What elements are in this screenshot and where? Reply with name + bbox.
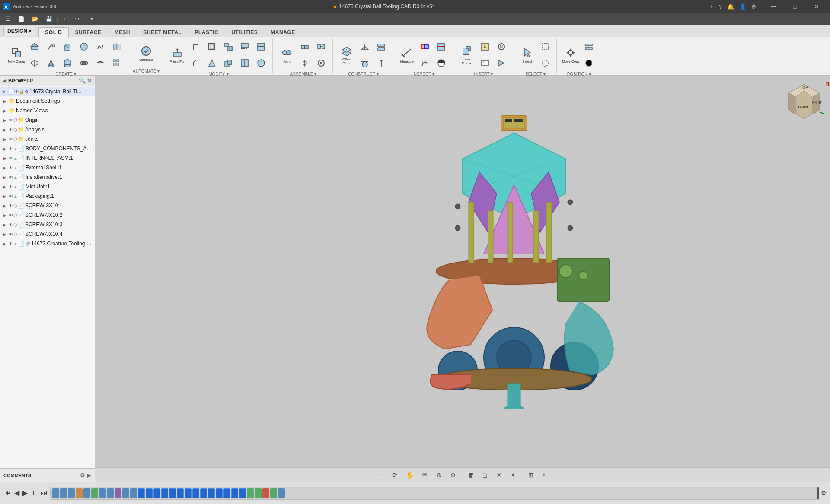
- tl-item-4[interactable]: [76, 488, 83, 498]
- tl-item-6[interactable]: [91, 488, 98, 498]
- tab-manage[interactable]: MANAGE: [264, 27, 301, 37]
- loft-btn[interactable]: [43, 55, 59, 71]
- tl-item-21[interactable]: [208, 488, 215, 498]
- tl-item-15[interactable]: [161, 488, 168, 498]
- settings-icon[interactable]: ⚙: [751, 3, 757, 10]
- tree-body-components-asm[interactable]: ▶ 👁 ▲ 📄 BODY_COMPONENTS_ASM:1: [0, 144, 95, 153]
- tab-sheet-metal[interactable]: SHEET METAL: [137, 27, 188, 37]
- tab-utilities[interactable]: UTILITIES: [225, 27, 264, 37]
- svg-import-btn[interactable]: [494, 55, 509, 71]
- qa-save[interactable]: 💾: [43, 15, 54, 23]
- qa-dropdown[interactable]: ▾: [88, 15, 96, 23]
- tab-plastic[interactable]: PLASTIC: [188, 27, 225, 37]
- tl-item-23[interactable]: [223, 488, 230, 498]
- tangent-plane-btn[interactable]: [357, 55, 373, 71]
- pattern-btn[interactable]: [109, 55, 124, 71]
- viewcube[interactable]: TOP FRONT RIGHT BACK: [782, 80, 826, 123]
- offset-plane-btn[interactable]: Offset Plane: [337, 42, 356, 68]
- snap-btn[interactable]: ⌖: [540, 469, 548, 480]
- select-btn[interactable]: Select: [517, 42, 536, 68]
- extrude-btn[interactable]: [27, 39, 42, 54]
- tab-surface[interactable]: SURFACE: [69, 27, 108, 37]
- tree-named-views[interactable]: ▶ 📁 Named Views: [0, 106, 95, 115]
- joint-origin-btn[interactable]: [297, 55, 313, 71]
- combine-btn[interactable]: [220, 55, 236, 71]
- tree-internals-asm[interactable]: ▶ 👁 ▲ 📄 INTERNALS_ASM:1: [0, 153, 95, 163]
- tree-screw-2[interactable]: ▶ 👁 ⬡ 📄 SCREW-3X10:2: [0, 210, 95, 220]
- design-dropdown[interactable]: DESIGN ▾: [3, 26, 35, 36]
- decal-btn[interactable]: A: [477, 39, 493, 54]
- press-pull-btn[interactable]: Press Pull: [168, 42, 187, 68]
- tab-mesh[interactable]: MESH: [108, 27, 137, 37]
- replace-face-btn[interactable]: [237, 39, 252, 54]
- user-icon[interactable]: 👤: [739, 3, 746, 10]
- effects-btn[interactable]: ✦: [508, 470, 518, 480]
- browser-collapse-btn[interactable]: ◀: [3, 78, 6, 84]
- align-btn[interactable]: [581, 39, 597, 54]
- pipe-btn[interactable]: [93, 55, 108, 71]
- timeline-track[interactable]: [50, 487, 819, 500]
- qa-menu[interactable]: ☰: [3, 15, 13, 23]
- midplane-btn[interactable]: [374, 39, 389, 54]
- shell-btn[interactable]: [204, 39, 220, 54]
- qa-undo[interactable]: ↩: [61, 15, 70, 23]
- tl-item-8[interactable]: [107, 488, 114, 498]
- tree-mist-unit[interactable]: ▶ 👁 ▲ 📄 Mist Unit:1: [0, 182, 95, 191]
- chamfer-btn[interactable]: [188, 55, 203, 71]
- viewport-more-btn[interactable]: ⋯: [820, 472, 827, 479]
- move-copy-btn[interactable]: Move/Copy: [561, 42, 580, 68]
- tl-play-btn[interactable]: ▶: [22, 488, 29, 498]
- zebra-btn[interactable]: [434, 55, 449, 71]
- viewport[interactable]: TOP FRONT RIGHT BACK ⌂ ⟳ ✋ 👁 ⊕ ⊖ ▦ ◻ ☀ ✦…: [95, 76, 830, 482]
- tl-item-29[interactable]: [270, 488, 277, 498]
- joint-btn[interactable]: Joint: [277, 42, 296, 68]
- tl-item-30[interactable]: [278, 488, 285, 498]
- scale-btn[interactable]: [220, 39, 236, 54]
- new-component-btn[interactable]: New Comp: [7, 42, 26, 68]
- home-btn[interactable]: ⌂: [377, 470, 386, 480]
- plane-at-angle-btn[interactable]: [357, 39, 373, 54]
- zoom-in-btn[interactable]: ⊕: [434, 470, 444, 480]
- bell-icon[interactable]: 🔔: [727, 3, 734, 10]
- tl-item-24[interactable]: [231, 488, 238, 498]
- cylinder-btn[interactable]: [60, 55, 75, 71]
- tl-item-9[interactable]: [115, 488, 121, 498]
- tl-item-18[interactable]: [185, 488, 192, 498]
- canvas-btn[interactable]: [477, 55, 493, 71]
- help-icon[interactable]: ?: [719, 3, 722, 10]
- split-face-btn[interactable]: [237, 55, 252, 71]
- visual-style-btn[interactable]: ◻: [480, 470, 490, 480]
- tree-creature-tooling[interactable]: ▶ 👁 ▲ 📄 🔗 14673 Creature Tooling CAD...: [0, 239, 95, 248]
- pan-btn[interactable]: ✋: [403, 470, 416, 480]
- tl-item-10[interactable]: [122, 488, 129, 498]
- tl-item-28[interactable]: [262, 488, 269, 498]
- tl-item-20[interactable]: [200, 488, 207, 498]
- tl-settings-btn[interactable]: ⚙: [821, 490, 827, 497]
- tree-screw-3[interactable]: ▶ 👁 ⬡ 📄 SCREW-3X10:3: [0, 220, 95, 229]
- tree-root[interactable]: ▼ 📄 👁 🔒 ⚙ 14673 Crystal Ball Ti...: [0, 87, 95, 96]
- draft-btn[interactable]: [204, 55, 220, 71]
- tree-analysis[interactable]: ▶ 👁 ⬡ 📁 Analysis: [0, 125, 95, 134]
- tl-prev-btn[interactable]: ◀: [13, 488, 20, 498]
- tl-item-27[interactable]: [255, 488, 262, 498]
- comments-arrow-icon[interactable]: ▶: [87, 472, 91, 479]
- qa-open[interactable]: 📂: [29, 15, 41, 23]
- display-mode-btn[interactable]: ▦: [466, 470, 476, 480]
- qa-new[interactable]: 📄: [16, 15, 27, 23]
- tl-item-3[interactable]: [68, 488, 75, 498]
- tl-item-16[interactable]: [169, 488, 176, 498]
- tl-item-19[interactable]: [192, 488, 199, 498]
- box-btn[interactable]: [60, 39, 75, 54]
- tl-item-26[interactable]: [247, 488, 254, 498]
- look-btn[interactable]: 👁: [419, 470, 431, 480]
- browser-settings-icon[interactable]: ⚙: [87, 77, 92, 84]
- comments-panel[interactable]: COMMENTS ⚙ ▶: [0, 468, 95, 482]
- tl-item-1[interactable]: [52, 488, 59, 498]
- interference-btn[interactable]: [417, 39, 433, 54]
- tl-item-22[interactable]: [216, 488, 223, 498]
- tl-first-btn[interactable]: ⏮: [3, 488, 12, 498]
- tl-item-5[interactable]: [83, 488, 90, 498]
- axis-btn[interactable]: [374, 55, 389, 71]
- tl-item-7[interactable]: [99, 488, 106, 498]
- browser-search-icon[interactable]: 🔍: [79, 77, 86, 84]
